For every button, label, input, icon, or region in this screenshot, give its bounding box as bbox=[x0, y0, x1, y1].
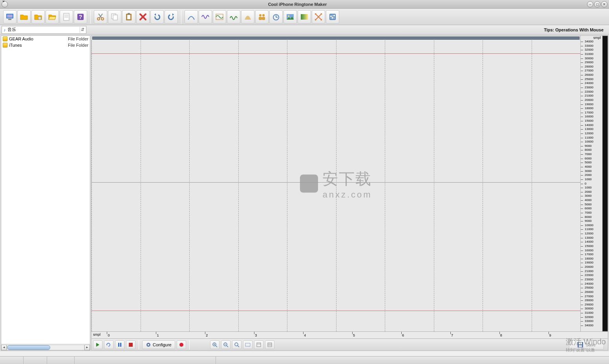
gradient-button[interactable] bbox=[298, 10, 311, 24]
amplitude-ruler: smpl 34000330003200031000300002900028000… bbox=[580, 36, 602, 331]
zoom-fit-button[interactable] bbox=[232, 340, 241, 349]
cd-button[interactable] bbox=[31, 10, 45, 24]
amp-tick-label: 3000 bbox=[585, 170, 592, 173]
redo-button[interactable] bbox=[165, 10, 178, 24]
arrows-button[interactable] bbox=[312, 10, 325, 24]
paste-button[interactable] bbox=[122, 10, 135, 24]
path-combo[interactable]: ♪ 音乐 ⇵ bbox=[2, 26, 86, 34]
svg-rect-4 bbox=[64, 13, 69, 20]
amp-tick-label: 24000 bbox=[585, 282, 593, 285]
svg-rect-41 bbox=[118, 343, 119, 347]
svg-point-22 bbox=[259, 14, 262, 16]
computer-button[interactable] bbox=[3, 10, 16, 24]
titlebar: Cool iPhone Ringtone Maker – ◻ ✕ bbox=[0, 0, 609, 9]
amp-tick-label: 13000 bbox=[585, 236, 593, 240]
osc-icon bbox=[215, 13, 224, 21]
record-button[interactable] bbox=[177, 340, 186, 349]
svg-line-54 bbox=[238, 346, 239, 347]
amp-tick-label: 4000 bbox=[585, 165, 592, 168]
svg-rect-56 bbox=[257, 343, 261, 347]
play-button[interactable] bbox=[93, 340, 102, 349]
svg-line-51 bbox=[227, 346, 228, 347]
waveform-area[interactable]: 安下载 anxz.com smpl 3400033000320003100030… bbox=[91, 35, 608, 332]
view-a-button[interactable] bbox=[254, 340, 263, 349]
dropdown-arrow-icon: ⇵ bbox=[80, 27, 85, 33]
svg-line-47 bbox=[216, 346, 217, 347]
amp-tick-label: 2000 bbox=[585, 174, 592, 177]
zoom-in-button[interactable] bbox=[210, 340, 219, 349]
pause-button[interactable] bbox=[115, 340, 124, 349]
osc-button[interactable] bbox=[213, 10, 226, 24]
zoom-selection-button[interactable] bbox=[243, 340, 252, 349]
wave-button[interactable] bbox=[199, 10, 212, 24]
maximize-button[interactable]: ◻ bbox=[594, 1, 600, 7]
amp-tick-label: 6000 bbox=[585, 157, 592, 160]
svg-rect-2 bbox=[8, 19, 11, 20]
file-row[interactable]: iTunesFile Folder bbox=[1, 42, 90, 48]
configure-button[interactable]: Configure bbox=[142, 340, 175, 349]
fade-button[interactable] bbox=[185, 10, 198, 24]
svg-rect-62 bbox=[579, 342, 582, 344]
picture-icon bbox=[286, 13, 294, 21]
sidebar-scrollbar[interactable]: ◄ ► bbox=[1, 344, 90, 350]
time-tick-label: 0 bbox=[108, 333, 110, 337]
floppy-icon bbox=[577, 342, 583, 348]
bell-button[interactable] bbox=[241, 10, 254, 24]
wave2-icon bbox=[229, 13, 238, 21]
amp-tick-label: 3000 bbox=[585, 194, 592, 198]
amp-tick-label: 29000 bbox=[585, 303, 593, 306]
selection-bar[interactable] bbox=[92, 37, 580, 40]
amp-unit: smpl bbox=[593, 36, 601, 40]
file-browser: GEAR AudioFile FolderiTunesFile Folder ◄… bbox=[1, 35, 90, 351]
amp-tick-label: 17000 bbox=[585, 253, 593, 256]
timer-button[interactable] bbox=[269, 10, 283, 24]
time-tick-label: 8 bbox=[500, 333, 502, 337]
system-menu-button[interactable] bbox=[2, 1, 8, 7]
main-toolbar: ? bbox=[0, 9, 609, 25]
path-row: ♪ 音乐 ⇵ Tips: Operations With Mouse bbox=[0, 25, 609, 35]
undo-button[interactable] bbox=[150, 10, 164, 24]
amp-tick-label: 21000 bbox=[585, 94, 593, 97]
help-icon: ? bbox=[76, 13, 85, 21]
stop-button[interactable] bbox=[126, 340, 135, 349]
sliders-button[interactable] bbox=[326, 10, 339, 24]
scroll-thumb[interactable] bbox=[7, 345, 50, 350]
close-button[interactable]: ✕ bbox=[601, 1, 607, 7]
loop-button[interactable] bbox=[104, 340, 113, 349]
amp-tick-label: 5000 bbox=[585, 203, 592, 206]
file-row[interactable]: GEAR AudioFile Folder bbox=[1, 36, 90, 42]
delete-button[interactable] bbox=[136, 10, 150, 24]
scroll-right-icon[interactable]: ► bbox=[84, 345, 90, 350]
amp-tick-label: 25000 bbox=[585, 286, 593, 289]
svg-rect-43 bbox=[129, 343, 133, 347]
open-folder-button[interactable] bbox=[17, 10, 31, 24]
view-b-button[interactable] bbox=[265, 340, 274, 349]
wave2-button[interactable] bbox=[227, 10, 240, 24]
time-tick-label: 3 bbox=[255, 333, 257, 337]
amp-tick-label: 10000 bbox=[585, 224, 593, 227]
amp-tick-label: 23000 bbox=[585, 86, 593, 89]
svg-point-53 bbox=[235, 343, 238, 346]
sheet-icon bbox=[62, 13, 71, 21]
copy-button[interactable] bbox=[108, 10, 121, 24]
cut-button[interactable] bbox=[94, 10, 107, 24]
wave-icon bbox=[201, 13, 210, 21]
picture-button[interactable] bbox=[283, 10, 297, 24]
sheet-button[interactable] bbox=[60, 10, 73, 24]
svg-rect-39 bbox=[332, 17, 333, 18]
scroll-left-icon[interactable]: ◄ bbox=[1, 345, 7, 350]
amp-tick-label: 13000 bbox=[585, 128, 593, 131]
gradient-icon bbox=[300, 13, 309, 21]
minimize-button[interactable]: – bbox=[587, 1, 593, 7]
help-button[interactable]: ? bbox=[74, 10, 87, 24]
amp-tick-label: 24000 bbox=[585, 82, 593, 85]
folder-open-button[interactable] bbox=[46, 10, 59, 24]
configure-icon bbox=[146, 342, 151, 348]
timer-icon bbox=[272, 13, 280, 21]
amp-tick-label: 27000 bbox=[585, 295, 593, 298]
time-unit: smpl bbox=[93, 333, 101, 337]
people-button[interactable] bbox=[255, 10, 269, 24]
save-button[interactable]: Save bbox=[569, 340, 604, 349]
zoom-out-button[interactable] bbox=[221, 340, 230, 349]
svg-rect-42 bbox=[120, 343, 121, 347]
